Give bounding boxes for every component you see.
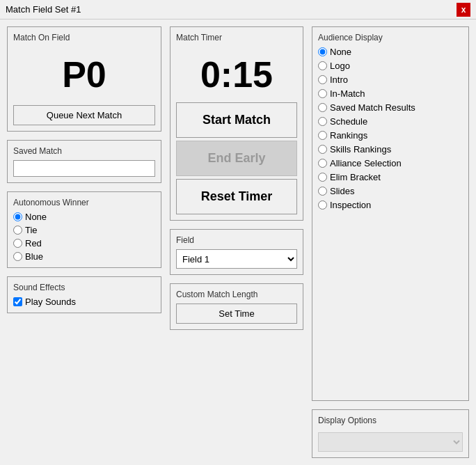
- play-sounds-item[interactable]: Play Sounds: [13, 297, 155, 307]
- match-on-field-section: Match On Field P0 Queue Next Match: [7, 26, 161, 132]
- autonomous-tie-label: Tie: [25, 225, 38, 235]
- autonomous-winner-section: Autonomous Winner None Tie Red: [7, 191, 161, 268]
- set-time-button[interactable]: Set Time: [176, 304, 297, 324]
- audience-display-group: None Logo Intro In-Match: [318, 47, 463, 210]
- audience-elimbracket-item[interactable]: Elim Bracket: [318, 172, 463, 182]
- audience-inspection-radio[interactable]: [318, 200, 327, 210]
- audience-inmatch-label: In-Match: [330, 88, 365, 99]
- audience-savedmatch-item[interactable]: Saved Match Results: [318, 102, 463, 113]
- audience-logo-label: Logo: [330, 61, 350, 71]
- audience-slides-radio[interactable]: [318, 187, 327, 196]
- queue-next-match-button[interactable]: Queue Next Match: [13, 105, 155, 125]
- audience-elimbracket-radio[interactable]: [318, 173, 327, 182]
- match-timer-section: Match Timer 0:15 Start Match End Early R…: [170, 26, 303, 221]
- autonomous-none-item[interactable]: None: [13, 212, 155, 222]
- autonomous-tie-item[interactable]: Tie: [13, 225, 155, 235]
- audience-schedule-item[interactable]: Schedule: [318, 116, 463, 127]
- autonomous-red-item[interactable]: Red: [13, 238, 155, 249]
- audience-rankings-item[interactable]: Rankings: [318, 130, 463, 141]
- audience-skillsrankings-item[interactable]: Skills Rankings: [318, 144, 463, 155]
- audience-logo-item[interactable]: Logo: [318, 61, 463, 71]
- reset-timer-button[interactable]: Reset Timer: [176, 179, 297, 214]
- close-button[interactable]: x: [457, 3, 470, 17]
- audience-savedmatch-label: Saved Match Results: [330, 102, 415, 113]
- saved-match-label: Saved Match: [13, 146, 155, 156]
- audience-intro-item[interactable]: Intro: [318, 74, 463, 85]
- audience-savedmatch-radio[interactable]: [318, 103, 327, 112]
- audience-schedule-label: Schedule: [330, 116, 367, 127]
- audience-inmatch-radio[interactable]: [318, 89, 327, 98]
- display-options-select: [318, 432, 463, 452]
- autonomous-none-label: None: [25, 212, 47, 222]
- match-on-field-label: Match On Field: [13, 33, 155, 42]
- audience-rankings-radio[interactable]: [318, 131, 327, 140]
- autonomous-blue-item[interactable]: Blue: [13, 251, 155, 262]
- play-sounds-label: Play Sounds: [25, 297, 76, 307]
- audience-logo-radio[interactable]: [318, 61, 327, 70]
- field-select[interactable]: Field 1 Field 2 Field 3: [176, 249, 297, 269]
- audience-none-radio[interactable]: [318, 47, 327, 56]
- autonomous-red-label: Red: [25, 238, 42, 249]
- audience-elimbracket-label: Elim Bracket: [330, 172, 381, 182]
- autonomous-red-radio[interactable]: [13, 239, 22, 248]
- autonomous-blue-label: Blue: [25, 251, 43, 262]
- field-section: Field Field 1 Field 2 Field 3: [170, 229, 303, 275]
- audience-display-label: Audience Display: [318, 33, 463, 42]
- timer-display: 0:15: [176, 47, 297, 102]
- audience-slides-label: Slides: [330, 186, 354, 196]
- audience-allianceselection-radio[interactable]: [318, 159, 327, 168]
- autonomous-tie-radio[interactable]: [13, 226, 22, 235]
- audience-allianceselection-item[interactable]: Alliance Selection: [318, 158, 463, 168]
- audience-skillsrankings-radio[interactable]: [318, 145, 327, 154]
- audience-slides-item[interactable]: Slides: [318, 186, 463, 196]
- autonomous-blue-radio[interactable]: [13, 252, 22, 261]
- custom-match-length-section: Custom Match Length Set Time: [170, 283, 303, 330]
- audience-intro-radio[interactable]: [318, 75, 327, 84]
- end-early-button: End Early: [176, 141, 297, 176]
- audience-display-section: Audience Display None Logo Intro: [312, 26, 469, 401]
- custom-match-length-label: Custom Match Length: [176, 290, 297, 299]
- match-timer-label: Match Timer: [176, 33, 297, 42]
- sound-effects-label: Sound Effects: [13, 283, 155, 292]
- audience-allianceselection-label: Alliance Selection: [330, 158, 402, 168]
- sound-effects-section: Sound Effects Play Sounds: [7, 276, 161, 313]
- start-match-button[interactable]: Start Match: [176, 102, 297, 138]
- match-number: P0: [13, 47, 155, 102]
- audience-inspection-item[interactable]: Inspection: [318, 200, 463, 210]
- autonomous-winner-label: Autonomous Winner: [13, 198, 155, 207]
- audience-inmatch-item[interactable]: In-Match: [318, 88, 463, 99]
- display-options-section: Display Options: [312, 409, 469, 458]
- title-bar: Match Field Set #1 x: [0, 0, 476, 19]
- saved-match-input[interactable]: [13, 160, 155, 177]
- field-label: Field: [176, 235, 297, 245]
- audience-skillsrankings-label: Skills Rankings: [330, 144, 391, 155]
- audience-rankings-label: Rankings: [330, 130, 367, 141]
- window-title: Match Field Set #1: [6, 4, 81, 15]
- play-sounds-checkbox[interactable]: [13, 297, 22, 306]
- audience-inspection-label: Inspection: [330, 200, 371, 210]
- audience-none-label: None: [330, 47, 351, 57]
- autonomous-winner-group: None Tie Red Blue: [13, 212, 155, 262]
- audience-schedule-radio[interactable]: [318, 117, 327, 126]
- audience-intro-label: Intro: [330, 74, 348, 85]
- display-options-label: Display Options: [318, 416, 463, 425]
- autonomous-none-radio[interactable]: [13, 212, 22, 221]
- saved-match-section: Saved Match: [7, 140, 161, 183]
- audience-none-item[interactable]: None: [318, 47, 463, 57]
